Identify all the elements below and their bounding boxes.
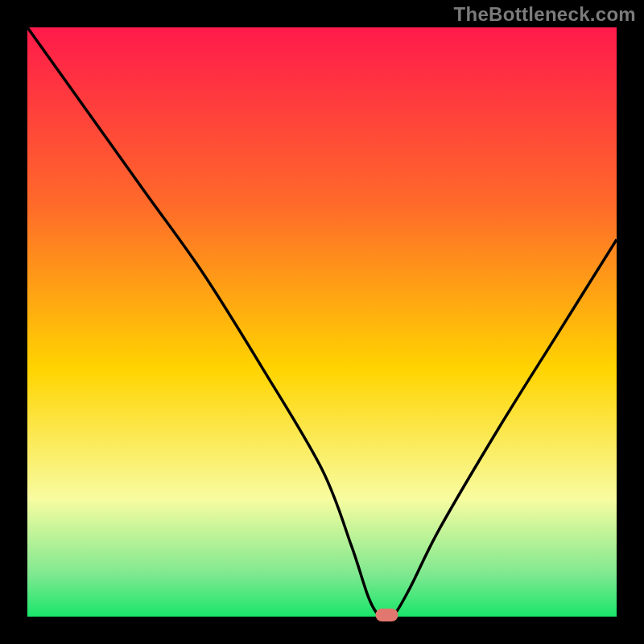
plot-background: [27, 27, 617, 617]
chart-frame: TheBottleneck.com: [0, 0, 644, 644]
branding-watermark: TheBottleneck.com: [454, 3, 636, 26]
bottleneck-chart: [0, 0, 644, 644]
optimal-marker: [376, 609, 398, 621]
